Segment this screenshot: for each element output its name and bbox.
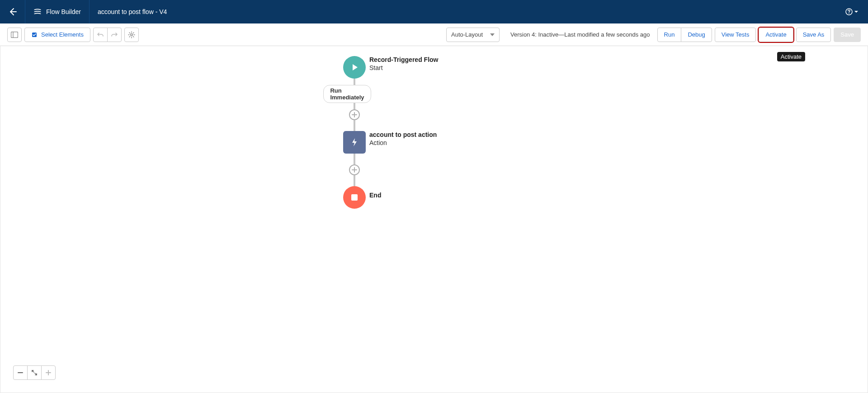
caret-down-icon xyxy=(854,10,858,14)
builder-toolbar: Select Elements Auto-Layout Version 4: I… xyxy=(0,23,868,46)
activate-button[interactable]: Activate xyxy=(759,28,793,42)
play-icon xyxy=(350,63,359,72)
start-node-label: Record-Triggered Flow Start xyxy=(369,56,438,71)
chevron-down-icon xyxy=(490,33,495,36)
svg-point-1 xyxy=(849,13,849,14)
add-element-button[interactable] xyxy=(349,164,360,175)
add-element-button[interactable] xyxy=(349,109,360,120)
plus-icon xyxy=(351,112,358,118)
activate-tooltip: Activate xyxy=(777,52,805,61)
connector xyxy=(354,79,355,85)
save-as-button[interactable]: Save As xyxy=(796,28,831,42)
arrow-left-icon xyxy=(8,7,17,16)
action-node-label: account to post action Action xyxy=(369,131,437,146)
start-node-title: Record-Triggered Flow xyxy=(369,56,438,63)
run-button[interactable]: Run xyxy=(657,28,682,42)
undo-redo-group xyxy=(93,28,122,42)
select-elements-label: Select Elements xyxy=(41,31,84,38)
run-debug-group: Run Debug xyxy=(657,28,712,42)
flow-builder-icon xyxy=(33,8,42,16)
app-brand: Flow Builder xyxy=(25,0,90,23)
plus-icon xyxy=(45,370,52,376)
zoom-fit-button[interactable] xyxy=(27,365,42,380)
question-icon xyxy=(845,8,853,15)
toggle-panel-button[interactable] xyxy=(7,28,22,42)
debug-button[interactable]: Debug xyxy=(681,28,712,42)
action-icon xyxy=(343,131,366,154)
flow-name-section: account to post flow - V4 xyxy=(90,0,175,23)
flow-name-label: account to post flow - V4 xyxy=(98,8,167,15)
layout-mode-value: Auto-Layout xyxy=(451,31,483,38)
undo-button[interactable] xyxy=(93,28,108,42)
path-label-wrap: Run Immediately xyxy=(343,85,366,103)
start-icon xyxy=(343,56,366,79)
svg-rect-2 xyxy=(11,32,18,37)
global-header: Flow Builder account to post flow - V4 xyxy=(0,0,868,23)
zoom-controls xyxy=(13,365,56,380)
app-title: Flow Builder xyxy=(46,8,81,15)
zoom-in-button[interactable] xyxy=(41,365,56,380)
connector xyxy=(354,120,355,131)
flow-canvas[interactable]: Activate Record-Triggered Flow Start Run… xyxy=(0,46,868,393)
help-menu[interactable] xyxy=(835,8,868,15)
flow-diagram: Record-Triggered Flow Start Run Immediat… xyxy=(343,56,366,209)
gear-icon xyxy=(128,31,135,38)
start-node-subtitle: Start xyxy=(369,64,438,71)
connector xyxy=(354,154,355,164)
back-button[interactable] xyxy=(0,0,25,23)
panel-icon xyxy=(11,32,18,38)
select-elements-button[interactable]: Select Elements xyxy=(24,28,90,42)
plus-icon xyxy=(351,167,358,173)
fit-to-screen-icon xyxy=(31,370,38,376)
undo-icon xyxy=(97,31,104,38)
save-button[interactable]: Save xyxy=(834,28,861,42)
end-node-title: End xyxy=(369,192,381,199)
view-tests-button[interactable]: View Tests xyxy=(715,28,756,42)
connector xyxy=(354,175,355,186)
cursor-selection-icon xyxy=(31,32,38,38)
action-node-subtitle: Action xyxy=(369,139,437,146)
end-node-label: End xyxy=(369,192,381,199)
start-node[interactable]: Record-Triggered Flow Start xyxy=(343,56,366,79)
flow-version-status: Version 4: Inactive—Last modified a few … xyxy=(510,31,650,38)
connector xyxy=(354,103,355,109)
layout-mode-select[interactable]: Auto-Layout xyxy=(446,28,500,42)
action-node[interactable]: account to post action Action xyxy=(343,131,366,154)
redo-icon xyxy=(111,31,118,38)
action-node-title: account to post action xyxy=(369,131,437,138)
path-label-pill[interactable]: Run Immediately xyxy=(323,85,371,103)
end-node[interactable]: End xyxy=(343,186,366,209)
minus-icon xyxy=(17,370,24,376)
settings-button[interactable] xyxy=(124,28,139,42)
svg-point-5 xyxy=(131,33,132,35)
zoom-out-button[interactable] xyxy=(13,365,28,380)
lightning-icon xyxy=(349,137,359,147)
stop-icon xyxy=(351,194,358,201)
end-icon xyxy=(343,186,366,209)
redo-button[interactable] xyxy=(107,28,122,42)
